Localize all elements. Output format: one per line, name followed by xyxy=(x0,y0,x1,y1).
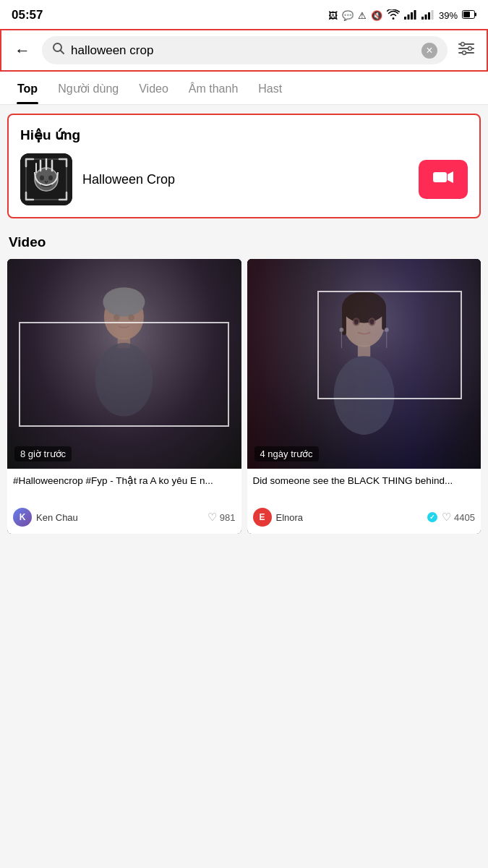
video-thumb-bg-2 xyxy=(247,259,481,469)
author-name-2: Elnora xyxy=(276,512,422,523)
svg-point-34 xyxy=(103,287,145,317)
svg-point-50 xyxy=(385,328,389,332)
svg-rect-42 xyxy=(382,306,386,330)
effect-name: Halloween Crop xyxy=(82,172,408,187)
video-title-1: #Halloweencrop #Fyp - Thật ra A ko yêu E… xyxy=(13,475,236,502)
svg-point-36 xyxy=(95,343,153,417)
battery-icon xyxy=(462,10,476,21)
video-timestamp-1: 8 giờ trước xyxy=(14,446,72,461)
tab-nguoi-dung[interactable]: Người dùng xyxy=(48,72,129,104)
svg-point-27 xyxy=(40,176,44,181)
video-title-2: Did someone see the BLACK THING behind..… xyxy=(253,475,476,502)
svg-rect-7 xyxy=(431,10,433,20)
video-section: Video xyxy=(0,227,488,534)
video-info-1: #Halloweencrop #Fyp - Thật ra A ko yêu E… xyxy=(7,469,241,534)
search-input-wrap[interactable] xyxy=(42,36,448,64)
svg-rect-4 xyxy=(421,17,424,20)
heart-icon-1: ♡ xyxy=(207,511,217,524)
svg-rect-10 xyxy=(475,12,476,16)
video-info-2: Did someone see the BLACK THING behind..… xyxy=(247,469,481,534)
video-thumb-bg-1 xyxy=(7,259,241,469)
svg-line-12 xyxy=(61,51,64,54)
like-count-1: 981 xyxy=(220,512,236,523)
battery-text: 39% xyxy=(439,10,458,21)
effect-section: Hiệu ứng xyxy=(7,114,481,218)
tab-bar: Top Người dùng Video Âm thanh Hast xyxy=(0,72,488,105)
status-time: 05:57 xyxy=(12,8,43,22)
svg-point-38 xyxy=(129,315,135,321)
video-thumbnail-2: 4 ngày trước xyxy=(247,259,481,469)
svg-point-49 xyxy=(339,328,343,332)
svg-point-37 xyxy=(114,315,120,321)
video-timestamp-2: 4 ngày trước xyxy=(254,446,319,461)
status-bar: 05:57 🖼 💬 ⚠ 🔇 xyxy=(0,0,488,29)
video-grid: 8 giờ trước #Halloweencrop #Fyp - Thật r… xyxy=(7,259,481,534)
photo-icon: 🖼 xyxy=(328,10,338,21)
search-bar: ← xyxy=(0,29,488,72)
effect-section-heading: Hiệu ứng xyxy=(20,127,468,143)
effect-row: Halloween Crop xyxy=(20,153,468,205)
svg-point-40 xyxy=(342,292,386,323)
likes-1: ♡ 981 xyxy=(207,511,236,524)
search-icon xyxy=(52,42,65,59)
status-icons: 🖼 💬 ⚠ 🔇 xyxy=(328,9,476,22)
svg-point-17 xyxy=(468,46,472,50)
svg-rect-29 xyxy=(433,172,447,182)
svg-rect-6 xyxy=(428,12,430,20)
search-input[interactable] xyxy=(71,43,416,58)
avatar-2: E xyxy=(253,508,272,527)
heart-icon-2: ♡ xyxy=(442,511,451,524)
svg-point-47 xyxy=(354,319,358,324)
back-button[interactable]: ← xyxy=(10,40,35,61)
like-count-2: 4405 xyxy=(454,512,475,523)
video-thumbnail-1: 8 giờ trước xyxy=(7,259,241,469)
tab-am-thanh[interactable]: Âm thanh xyxy=(179,72,248,104)
wifi-icon xyxy=(387,9,400,22)
svg-rect-9 xyxy=(463,12,470,17)
author-name-1: Ken Chau xyxy=(36,512,203,523)
tab-top[interactable]: Top xyxy=(7,72,48,104)
svg-rect-3 xyxy=(414,10,416,20)
mute-icon: 🔇 xyxy=(371,10,382,21)
video-meta-2: E Elnora ♡ 4405 xyxy=(253,508,476,527)
svg-rect-5 xyxy=(424,14,427,20)
svg-rect-43 xyxy=(358,345,370,357)
messenger-icon: 💬 xyxy=(342,10,354,21)
video-card-2[interactable]: 4 ngày trước Did someone see the BLACK T… xyxy=(247,259,481,534)
main-content: Hiệu ứng xyxy=(0,114,488,534)
video-card-1[interactable]: 8 giờ trước #Halloweencrop #Fyp - Thật r… xyxy=(7,259,241,534)
avatar-1: K xyxy=(13,508,32,527)
record-effect-button[interactable] xyxy=(419,160,468,199)
svg-rect-0 xyxy=(404,17,406,20)
tab-hashtag[interactable]: Hast xyxy=(248,72,292,104)
alert-icon: ⚠ xyxy=(358,10,367,21)
svg-rect-2 xyxy=(411,12,413,20)
verified-badge xyxy=(427,512,437,522)
tab-video[interactable]: Video xyxy=(129,72,179,104)
clear-search-button[interactable] xyxy=(421,43,437,59)
camera-icon xyxy=(433,170,453,189)
video-section-heading: Video xyxy=(7,234,481,250)
svg-rect-1 xyxy=(407,14,409,20)
svg-point-48 xyxy=(369,319,374,324)
effect-thumbnail xyxy=(20,153,72,205)
likes-2: ♡ 4405 xyxy=(442,511,475,524)
svg-point-16 xyxy=(461,42,465,46)
svg-marker-30 xyxy=(448,171,453,183)
svg-point-18 xyxy=(463,51,466,54)
svg-point-28 xyxy=(48,176,53,181)
svg-point-44 xyxy=(333,356,394,435)
signal2-icon xyxy=(421,9,435,22)
signal-icon xyxy=(404,9,417,22)
filter-button[interactable] xyxy=(455,40,478,61)
video-meta-1: K Ken Chau ♡ 981 xyxy=(13,508,236,527)
